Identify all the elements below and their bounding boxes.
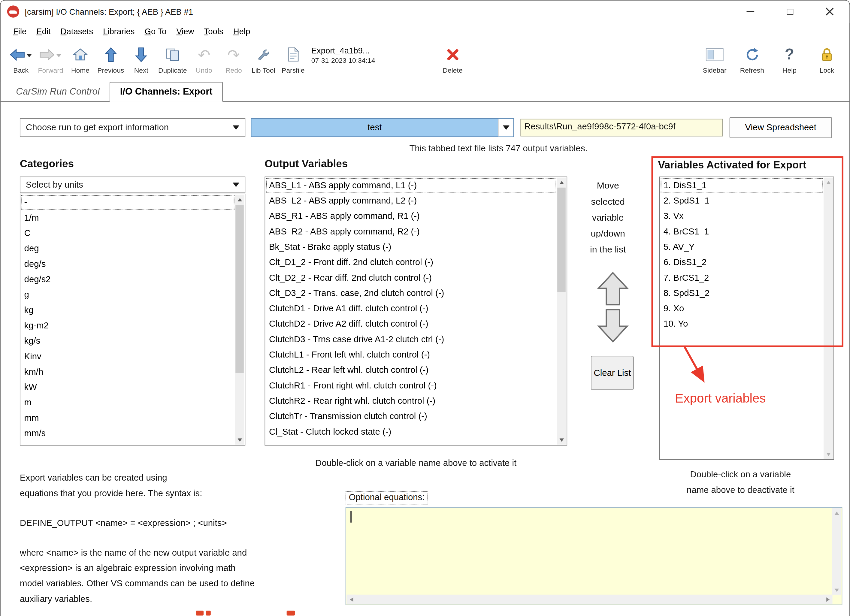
output-variable-item[interactable]: ClutchR1 - Front right whl. clutch contr… — [266, 378, 557, 393]
home-button[interactable]: Home — [66, 42, 95, 75]
activated-scrollbar[interactable] — [824, 178, 833, 459]
equations-vscrollbar[interactable] — [832, 508, 841, 595]
maximize-button[interactable] — [770, 1, 810, 22]
output-variables-listbox[interactable]: ABS_L1 - ABS apply command, L1 (-)ABS_L2… — [265, 176, 567, 446]
output-variable-item[interactable]: Clt_D3_2 - Trans. case, 2nd clutch contr… — [266, 286, 557, 301]
activated-variable-item[interactable]: 10. Yo — [660, 316, 824, 332]
category-item[interactable]: 1/m — [21, 210, 235, 226]
category-item[interactable]: mm — [21, 410, 235, 426]
delete-button[interactable]: Delete — [438, 42, 467, 75]
lock-button[interactable]: Lock — [812, 42, 842, 75]
scroll-up-button[interactable] — [824, 178, 833, 187]
menu-item[interactable]: Libraries — [98, 25, 140, 37]
duplicate-button[interactable]: Duplicate — [156, 42, 189, 75]
run-select-combobox[interactable]: test — [251, 118, 514, 137]
scroll-down-button[interactable] — [824, 449, 833, 459]
category-item[interactable]: Kinv — [21, 349, 235, 364]
output-variable-item[interactable]: ClutchTr - Transmission clutch control (… — [266, 408, 557, 424]
output-variable-item[interactable]: ClutchR2 - Rear right whl. clutch contro… — [266, 393, 557, 408]
menu-item[interactable]: View — [171, 25, 199, 37]
scroll-thumb[interactable] — [557, 188, 566, 292]
menu-item[interactable]: Tools — [199, 25, 228, 37]
activated-variable-item[interactable]: 4. BrCS1_1 — [660, 224, 824, 239]
previous-button[interactable]: Previous — [95, 42, 126, 75]
category-item[interactable]: km/h — [21, 364, 235, 380]
output-variable-item[interactable]: Clt_D1_2 - Front diff. 2nd clutch contro… — [266, 254, 557, 270]
activated-variable-item[interactable]: 9. Xo — [660, 301, 824, 316]
back-button[interactable]: Back — [6, 42, 36, 75]
category-item[interactable]: deg — [21, 241, 235, 256]
refresh-button[interactable]: Refresh — [737, 42, 767, 75]
menu-item[interactable]: Help — [228, 25, 255, 37]
category-item[interactable]: deg/s2 — [21, 272, 235, 287]
move-down-button[interactable] — [597, 309, 629, 343]
activated-listbox[interactable]: 1. DisS1_12. SpdS1_13. Vx4. BrCS1_15. AV… — [659, 176, 834, 460]
scroll-up-button[interactable] — [832, 508, 841, 517]
category-item[interactable]: kW — [21, 380, 235, 395]
menu-item[interactable]: File — [8, 25, 31, 37]
category-item[interactable]: mm/s — [21, 426, 235, 441]
move-up-button[interactable] — [597, 272, 629, 306]
clear-list-button[interactable]: Clear List — [591, 356, 634, 390]
output-variable-item[interactable]: Bk_Stat - Brake apply status (-) — [266, 239, 557, 254]
view-spreadsheet-button[interactable]: View Spreadsheet — [730, 117, 832, 138]
output-variable-item[interactable]: ABS_L1 - ABS apply command, L1 (-) — [266, 178, 557, 193]
output-variable-item[interactable]: ClutchD2 - Drive A2 diff. clutch control… — [266, 316, 557, 332]
output-variables-scrollbar[interactable] — [557, 178, 566, 445]
combo-dropdown-button[interactable] — [498, 119, 513, 137]
undo-button[interactable]: ↶ Undo — [189, 42, 219, 75]
redo-button[interactable]: ↷ Redo — [219, 42, 248, 75]
category-item[interactable]: deg/s — [21, 256, 235, 272]
activated-variable-item[interactable]: 7. BrCS1_2 — [660, 270, 824, 286]
scroll-up-button[interactable] — [235, 195, 244, 204]
activated-variable-item[interactable]: 6. DisS1_2 — [660, 254, 824, 270]
tab-carsim-run-control[interactable]: CarSim Run Control — [6, 82, 109, 101]
results-path-field[interactable]: Results\Run_ae9f998c-5772-4f0a-bc9f — [520, 119, 723, 137]
equations-hscrollbar[interactable] — [347, 595, 832, 604]
forward-button[interactable]: Forward — [36, 42, 66, 75]
output-variable-item[interactable]: ABS_R1 - ABS apply command, R1 (-) — [266, 208, 557, 224]
activated-variable-item[interactable]: 1. DisS1_1 — [660, 178, 824, 193]
category-item[interactable]: g — [21, 287, 235, 302]
parsfile-button[interactable]: Parsfile — [278, 42, 308, 75]
select-by-units-dropdown[interactable]: Select by units — [20, 176, 245, 193]
category-item[interactable]: C — [21, 226, 235, 241]
scroll-up-button[interactable] — [557, 178, 566, 187]
output-variable-item[interactable]: ABS_L2 - ABS apply command, L2 (-) — [266, 193, 557, 208]
activated-variable-item[interactable]: 3. Vx — [660, 208, 824, 224]
output-variable-item[interactable]: Cl_Stat - Clutch locked state (-) — [266, 424, 557, 440]
scroll-right-button[interactable] — [823, 595, 832, 604]
category-item[interactable]: kg — [21, 303, 235, 318]
lib-tool-button[interactable]: Lib Tool — [248, 42, 278, 75]
output-variable-item[interactable]: ClutchL2 - Rear left whl. clutch control… — [266, 363, 557, 378]
menu-item[interactable]: Datasets — [55, 25, 98, 37]
sidebar-button[interactable]: Sidebar — [700, 42, 730, 75]
activated-variable-item[interactable]: 2. SpdS1_1 — [660, 193, 824, 208]
output-variable-item[interactable]: ClutchL1 - Front left whl. clutch contro… — [266, 347, 557, 362]
help-button[interactable]: ? Help — [775, 42, 804, 75]
activated-variable-item[interactable]: 5. AV_Y — [660, 239, 824, 254]
category-item[interactable]: kg/s — [21, 333, 235, 348]
choose-run-dropdown[interactable]: Choose run to get export information — [20, 118, 245, 137]
menu-item[interactable]: Go To — [140, 25, 171, 37]
scroll-left-button[interactable] — [347, 595, 356, 604]
scroll-down-button[interactable] — [235, 435, 244, 444]
close-button[interactable] — [810, 1, 849, 22]
scroll-thumb[interactable] — [235, 205, 244, 373]
category-item[interactable]: - — [21, 195, 235, 210]
categories-listbox[interactable]: -1/mCdegdeg/sdeg/s2gkgkg-m2kg/sKinvkm/hk… — [20, 194, 245, 446]
next-button[interactable]: Next — [126, 42, 156, 75]
category-item[interactable]: m — [21, 395, 235, 410]
category-item[interactable]: kg-m2 — [21, 318, 235, 333]
output-variable-item[interactable]: Clt_D2_2 - Rear diff. 2nd clutch control… — [266, 270, 557, 286]
optional-equations-textarea[interactable] — [346, 507, 843, 605]
scroll-down-button[interactable] — [557, 435, 566, 444]
output-variable-item[interactable]: ClutchD3 - Trns case drive A1-2 clutch c… — [266, 332, 557, 347]
menu-item[interactable]: Edit — [31, 25, 55, 37]
categories-scrollbar[interactable] — [235, 195, 244, 445]
tab-io-channels-export[interactable]: I/O Channels: Export — [109, 82, 223, 102]
minimize-button[interactable] — [730, 1, 770, 22]
scroll-down-button[interactable] — [832, 585, 841, 595]
output-variable-item[interactable]: ClutchD1 - Drive A1 diff. clutch control… — [266, 301, 557, 316]
activated-variable-item[interactable]: 8. SpdS1_2 — [660, 286, 824, 301]
